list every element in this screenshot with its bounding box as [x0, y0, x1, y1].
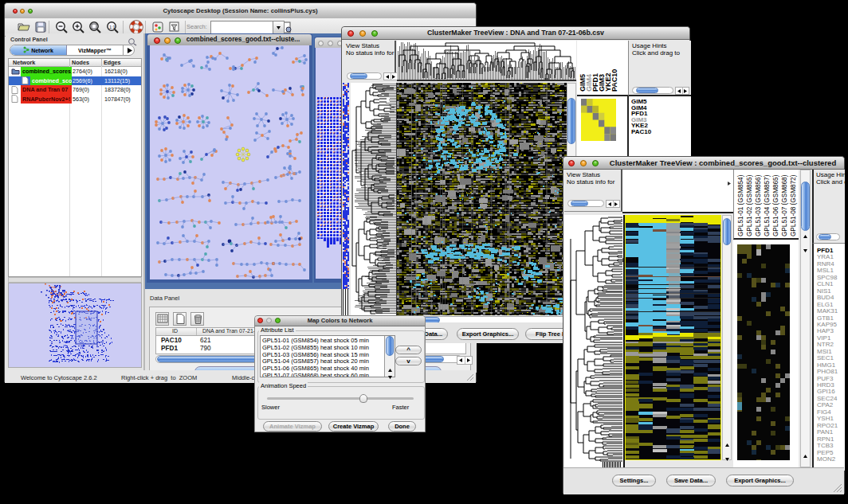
svg-text:GPL51-03 (GSM856): GPL51-03 (GSM856) [755, 174, 762, 236]
svg-text:GPL51-06 (GSM865): GPL51-06 (GSM865) [772, 174, 779, 236]
svg-text:GPL51-07 (GSM868): GPL51-07 (GSM868) [781, 174, 788, 236]
svg-text:PAC10: PAC10 [610, 69, 618, 92]
svg-text:GPL51-04 (GSM857): GPL51-04 (GSM857) [764, 174, 771, 236]
svg-text:1:1: 1:1 [109, 25, 116, 29]
svg-text:GPL51-02 (GSM855): GPL51-02 (GSM855) [746, 174, 753, 236]
svg-text:GPL51-08 (GSM872): GPL51-08 (GSM872) [790, 174, 797, 236]
svg-text:GPL51-01 (GSM854): GPL51-01 (GSM854) [737, 174, 744, 236]
